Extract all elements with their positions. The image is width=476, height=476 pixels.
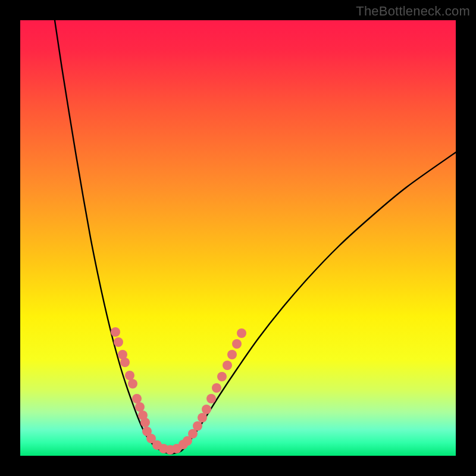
left-upper-dots-dot bbox=[120, 358, 130, 367]
right-upper-dots-dot bbox=[206, 394, 216, 403]
left-upper-dots-dot bbox=[114, 337, 123, 347]
left-lower-dots-dot bbox=[140, 418, 150, 427]
left-lower-dots-dot bbox=[132, 394, 142, 403]
left-lower-dots-dot bbox=[135, 402, 145, 412]
bottleneck-curve bbox=[55, 20, 456, 453]
left-upper-dots-dot bbox=[125, 371, 134, 380]
right-lower-dots-dot bbox=[202, 405, 211, 414]
watermark-text: TheBottleneck.com bbox=[356, 4, 470, 19]
left-upper-dots-dot bbox=[128, 379, 137, 389]
left-upper-dots-dot bbox=[111, 327, 120, 337]
highlight-dots bbox=[111, 327, 246, 455]
chart-svg bbox=[20, 20, 456, 456]
chart-frame bbox=[20, 20, 456, 456]
right-upper-dots-dot bbox=[232, 339, 242, 349]
right-upper-dots-dot bbox=[212, 383, 221, 393]
right-upper-dots-dot bbox=[237, 328, 246, 338]
right-upper-dots-dot bbox=[227, 350, 237, 359]
right-upper-dots-dot bbox=[223, 361, 232, 370]
right-lower-dots-dot bbox=[193, 421, 202, 431]
right-upper-dots-dot bbox=[217, 372, 227, 381]
curve-path bbox=[55, 20, 456, 453]
right-lower-dots-dot bbox=[198, 413, 207, 422]
